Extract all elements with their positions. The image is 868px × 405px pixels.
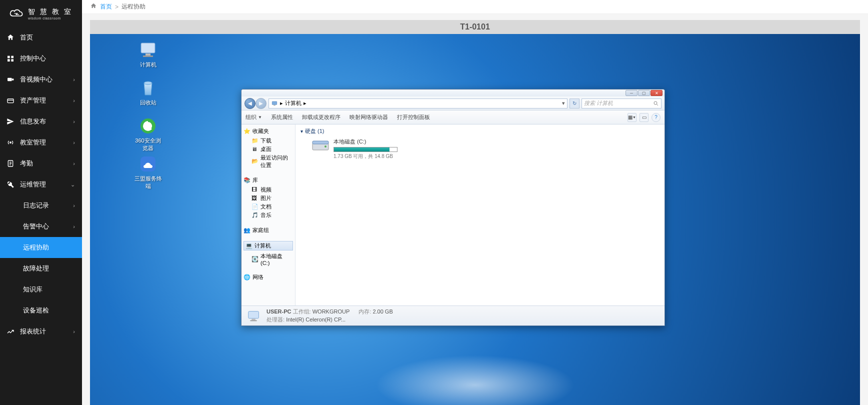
sidebar-sub-label: 设备巡检 xyxy=(23,306,49,315)
tree-localdisk-c[interactable]: 💽本地磁盘 (C:) xyxy=(244,252,293,266)
recycle-icon xyxy=(138,78,158,98)
desktop-icon-computer[interactable]: 计算机 xyxy=(133,40,163,68)
sidebar-item-asset[interactable]: 资产管理› xyxy=(0,90,82,111)
toolbar-netdrive[interactable]: 映射网络驱动器 xyxy=(350,114,388,121)
chevron-right-icon: › xyxy=(73,202,75,208)
sidebar-item-report[interactable]: 报表统计› xyxy=(0,321,82,342)
sidebar-item-label: 资产管理 xyxy=(20,96,46,105)
sidebar-sub-知识库[interactable]: 知识库 xyxy=(0,279,82,300)
chevron-right-icon: › xyxy=(73,160,75,166)
status-memory: 2.00 GB xyxy=(372,308,392,314)
help-button[interactable]: ? xyxy=(652,113,660,122)
breadcrumb: 首页 > 远程协助 xyxy=(82,0,868,14)
toolbar-uninstall[interactable]: 卸载或更改程序 xyxy=(302,114,340,121)
search-field[interactable]: 搜索 计算机 xyxy=(582,98,662,108)
breadcrumb-home[interactable]: 首页 xyxy=(100,2,112,11)
view-mode-button[interactable]: ▦ ▼ xyxy=(628,113,636,122)
drive-c[interactable]: 本地磁盘 (C:) 1.73 GB 可用，共 14.8 GB xyxy=(312,138,412,160)
toolbar-sysprops[interactable]: 系统属性 xyxy=(271,114,293,121)
svg-line-19 xyxy=(657,104,658,106)
desktop-icon-label: 回收站 xyxy=(140,99,156,106)
sanmeng-icon xyxy=(138,154,158,174)
sidebar-item-info[interactable]: 信息发布› xyxy=(0,111,82,132)
sidebar-sub-日志记录[interactable]: 日志记录› xyxy=(0,195,82,216)
address-field[interactable]: ▸ 计算机 ▸ ▾ xyxy=(268,98,568,108)
status-workgroup: WORKGROUP xyxy=(312,308,350,314)
chevron-right-icon: › xyxy=(73,98,75,104)
nav-forward-button[interactable]: ▶ xyxy=(256,98,266,109)
tree-desktop[interactable]: 🖥桌面 xyxy=(244,145,293,154)
toolbar-controlpanel[interactable]: 打开控制面板 xyxy=(397,114,430,121)
tree-libraries[interactable]: 📚库 xyxy=(244,176,293,184)
group-harddisk[interactable]: 硬盘 (1) xyxy=(300,128,660,135)
explorer-window[interactable]: ─ ▢ ✕ ◀ ▶ ▸ 计算机 ▸ xyxy=(241,89,665,326)
tree-downloads[interactable]: 📁下载 xyxy=(244,136,293,145)
nav-back-button[interactable]: ◀ xyxy=(244,98,256,109)
svg-point-5 xyxy=(12,78,14,80)
desktop-icon-360[interactable]: 360安全浏览器 xyxy=(133,116,163,152)
computer-icon xyxy=(138,40,158,60)
maximize-button[interactable]: ▢ xyxy=(638,90,650,96)
chevron-right-icon: › xyxy=(73,140,75,146)
toolbar-organize[interactable]: 组织 ▼ xyxy=(246,114,262,121)
room-icon xyxy=(6,138,15,147)
desktop-icon-sanmeng[interactable]: 三盟服务终端 xyxy=(133,154,163,190)
sidebar-item-av[interactable]: 音视频中心› xyxy=(0,69,82,90)
sidebar-item-label: 教室管理 xyxy=(20,138,46,147)
svg-rect-17 xyxy=(274,104,276,105)
explorer-toolbar: 组织 ▼ 系统属性 卸载或更改程序 映射网络驱动器 打开控制面板 ▦ ▼ ▭ ? xyxy=(242,110,664,124)
drive-name: 本地磁盘 (C:) xyxy=(334,138,412,146)
sidebar-item-ops[interactable]: 运维管理⌄ xyxy=(0,174,82,195)
sidebar-sub-label: 故障处理 xyxy=(23,264,49,273)
sidebar-sub-故障处理[interactable]: 故障处理 xyxy=(0,258,82,279)
sidebar-sub-label: 日志记录 xyxy=(23,201,49,210)
desktop-flare xyxy=(375,355,575,405)
preview-pane-button[interactable]: ▭ xyxy=(640,113,648,122)
address-dropdown-icon[interactable]: ▾ xyxy=(562,100,565,106)
tree-recent[interactable]: 📂最近访问的位置 xyxy=(244,154,293,170)
tree-music[interactable]: 🎵音乐 xyxy=(244,211,293,220)
homegroup-icon: 👥 xyxy=(244,227,250,234)
360-icon xyxy=(138,116,158,136)
address-bar: ◀ ▶ ▸ 计算机 ▸ ▾ ↻ 搜索 计算机 xyxy=(242,96,664,110)
tree-pictures[interactable]: 🖼图片 xyxy=(244,194,293,202)
window-titlebar[interactable]: ─ ▢ ✕ xyxy=(242,90,664,96)
drive-icon: 💽 xyxy=(252,256,258,263)
refresh-button[interactable]: ↻ xyxy=(570,98,580,108)
svg-rect-11 xyxy=(143,56,153,57)
tree-favorites[interactable]: ⭐收藏夹 xyxy=(244,128,293,135)
tree-homegroup[interactable]: 👥家庭组 xyxy=(244,226,293,234)
svg-rect-25 xyxy=(250,320,257,321)
sidebar-item-label: 首页 xyxy=(20,33,33,42)
svg-point-22 xyxy=(324,146,326,148)
status-cpu: Intel(R) Celeron(R) CP... xyxy=(286,316,346,322)
tree-documents[interactable]: 📄文档 xyxy=(244,202,293,211)
sidebar-item-room[interactable]: 教室管理› xyxy=(0,132,82,153)
remote-desktop[interactable]: 计算机回收站360安全浏览器三盟服务终端 ─ ▢ ✕ ◀ ▶ xyxy=(90,34,860,405)
sidebar-item-control[interactable]: 控制中心 xyxy=(0,48,82,69)
breadcrumb-current: 远程协助 xyxy=(122,2,146,11)
minimize-button[interactable]: ─ xyxy=(626,90,638,96)
svg-rect-16 xyxy=(272,101,276,104)
document-icon: 📄 xyxy=(252,204,258,210)
sidebar-item-label: 考勤 xyxy=(20,159,33,168)
drive-usage-bar xyxy=(334,147,398,152)
svg-rect-1 xyxy=(11,56,14,58)
cloud-logo-icon xyxy=(8,8,25,20)
sidebar-item-home[interactable]: 首页 xyxy=(0,27,82,48)
sidebar-sub-远程协助[interactable]: 远程协助 xyxy=(0,237,82,258)
sidebar-sub-设备巡检[interactable]: 设备巡检 xyxy=(0,300,82,321)
close-button[interactable]: ✕ xyxy=(650,90,662,96)
report-icon xyxy=(6,327,15,336)
svg-rect-9 xyxy=(141,43,155,53)
desktop-icon-recycle[interactable]: 回收站 xyxy=(133,78,163,106)
sidebar-sub-告警中心[interactable]: 告警中心› xyxy=(0,216,82,237)
tree-computer[interactable]: 💻计算机 xyxy=(244,241,293,250)
tree-videos[interactable]: 🎞视频 xyxy=(244,186,293,194)
sidebar-item-attendance[interactable]: 考勤› xyxy=(0,153,82,174)
sidebar-sub-label: 知识库 xyxy=(23,285,42,294)
tree-network[interactable]: 🌐网络 xyxy=(244,274,293,281)
home-icon xyxy=(90,2,97,11)
svg-rect-23 xyxy=(248,311,259,318)
breadcrumb-sep: > xyxy=(115,4,118,10)
